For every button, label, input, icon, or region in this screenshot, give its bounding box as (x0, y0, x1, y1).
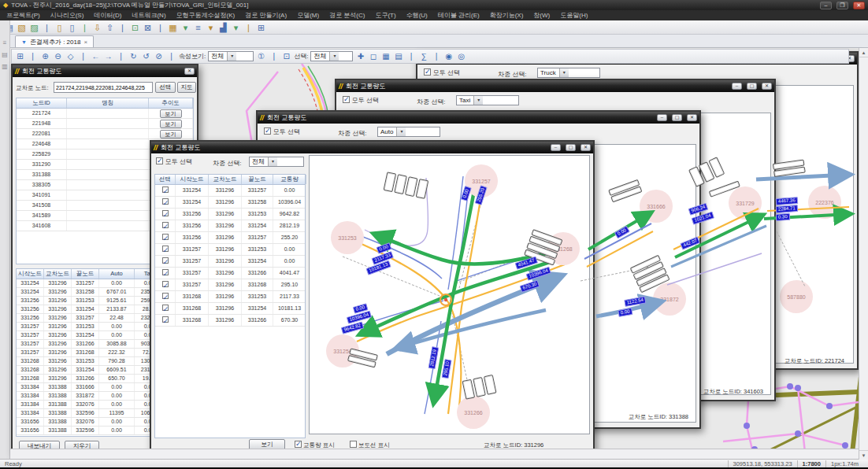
map-toolbar-icon[interactable]: | (431, 50, 441, 63)
map-toolbar-icon[interactable]: ⊞ (15, 50, 25, 63)
row-checkbox[interactable] (162, 257, 169, 264)
window-title-bar[interactable]: // 회전 교통량도 ✕ (13, 65, 197, 77)
toolbar-icon[interactable]: ⇩ (92, 21, 102, 34)
map-toolbar-icon[interactable]: ◻ (368, 50, 378, 63)
column-header[interactable]: 시작노드 (17, 269, 44, 279)
row-checkbox[interactable] (162, 222, 169, 228)
map-toolbar-icon[interactable]: ① (256, 50, 266, 63)
node-row[interactable]: 221724 보기 (17, 109, 193, 119)
toolbar-icon[interactable]: ▧ (17, 21, 27, 34)
select-nodes-button[interactable]: 선택 (155, 82, 176, 93)
menu-item[interactable]: 경로 만들기(A) (245, 11, 287, 20)
map-toolbar-icon[interactable]: ▤ (393, 50, 403, 63)
menu-item[interactable]: 확장기능(X) (490, 11, 524, 20)
vertical-scrollbar[interactable]: ▲▼ (859, 48, 868, 460)
map-toolbar-icon[interactable]: ⊘ (154, 50, 164, 63)
column-header[interactable]: Auto (99, 269, 135, 279)
toolbar-icon[interactable]: ▾ (180, 21, 191, 34)
column-header[interactable]: 교차노드 (44, 269, 72, 279)
menu-item[interactable]: 수행(U) (406, 11, 428, 20)
map-pick-button[interactable]: 지도 (177, 82, 196, 93)
dock-list-icon[interactable]: ≡ (3, 39, 7, 46)
map-toolbar-icon[interactable]: ▦ (380, 50, 391, 63)
menu-item[interactable]: 네트워크(N) (132, 11, 165, 20)
row-checkbox[interactable] (162, 246, 169, 252)
row-checkbox[interactable] (162, 198, 169, 205)
menu-item[interactable]: 도움말(H) (560, 11, 588, 20)
menu-item[interactable]: 프로젝트(P) (6, 11, 40, 20)
row-checkbox[interactable] (162, 210, 169, 216)
map-toolbar-icon[interactable]: ∑ (418, 50, 428, 63)
toolbar-icon[interactable]: ⊞ (256, 21, 266, 34)
menu-item[interactable]: 시나리오(S) (50, 11, 84, 20)
menu-item[interactable]: 도구(T) (375, 11, 395, 20)
row-checkbox[interactable] (162, 234, 169, 240)
row-view-button[interactable]: 보기 (160, 109, 182, 118)
toolbar-icon[interactable]: ⊠ (143, 21, 153, 34)
map-toolbar-icon[interactable]: → (103, 50, 113, 63)
column-header[interactable]: 선택 (155, 175, 176, 184)
column-header[interactable]: 끝노드 (72, 269, 99, 279)
map-toolbar-icon[interactable]: ✚ (355, 50, 365, 63)
map-toolbar-icon[interactable]: | (28, 50, 38, 63)
column-header[interactable]: 추이도 (149, 98, 193, 108)
scroll-up-icon[interactable]: ▲ (859, 48, 868, 57)
map-toolbar-icon[interactable]: ⊡ (281, 50, 291, 63)
toolbar-icon[interactable]: ▨ (29, 21, 39, 34)
menu-item[interactable]: 모형구동계수설정(K) (176, 11, 236, 20)
map-toolbar-icon[interactable]: | (406, 50, 416, 63)
column-header[interactable]: 명칭 (67, 98, 149, 108)
dock-panel-icon[interactable]: ▥ (2, 63, 8, 70)
map-toolbar-icon[interactable]: ◎ (456, 50, 466, 63)
close-button[interactable]: ✕ (184, 68, 195, 75)
attribute-view-dropdown[interactable]: 전체 (208, 51, 254, 61)
select-all-checkbox[interactable]: 모두 선택 (156, 157, 192, 166)
tab-zone-add-2018[interactable]: ▼ 존결제추가 : 2018 × (15, 35, 94, 47)
row-checkbox[interactable] (162, 293, 169, 299)
map-toolbar-icon[interactable]: ↻ (128, 50, 139, 63)
toolbar-icon[interactable]: | (80, 21, 90, 34)
menu-item[interactable]: 모델(M) (297, 11, 319, 20)
toolbar-icon[interactable]: ▦ (168, 21, 178, 34)
toolbar-icon[interactable]: ⊡ (130, 21, 140, 34)
map-toolbar-icon[interactable]: ← (91, 50, 101, 63)
map-toolbar-icon[interactable]: | (78, 50, 88, 63)
restore-button[interactable]: ❐ (836, 2, 848, 9)
column-header[interactable]: 노드ID (17, 98, 67, 108)
row-checkbox[interactable] (162, 316, 169, 323)
horizontal-scrollbar[interactable] (10, 449, 859, 459)
column-header[interactable]: 교차노드 (209, 175, 242, 184)
row-checkbox[interactable] (162, 305, 169, 311)
map-toolbar-icon[interactable]: ◉ (443, 50, 454, 63)
toolbar-icon[interactable]: ≡ (193, 21, 203, 34)
map-toolbar-icon[interactable]: ◇ (65, 50, 76, 63)
row-view-button[interactable]: 보기 (160, 130, 182, 138)
menu-item[interactable]: 창(W) (533, 11, 550, 20)
map-toolbar-icon[interactable]: | (116, 50, 126, 63)
toolbar-icon[interactable]: | (155, 21, 165, 34)
menu-item[interactable]: 데이터(D) (94, 11, 121, 20)
toolbar-icon[interactable]: | (117, 21, 128, 34)
row-checkbox[interactable] (162, 269, 169, 275)
node-row[interactable]: 221948 보기 (17, 119, 193, 129)
row-view-button[interactable]: 보기 (160, 120, 182, 128)
intersection-nodes-input[interactable] (54, 82, 153, 93)
toolbar-icon[interactable]: ⇧ (105, 21, 115, 34)
map-toolbar-icon[interactable]: | (269, 50, 279, 63)
toolbar-icon[interactable]: ▯ (67, 21, 77, 34)
toolbar-icon[interactable]: ▾ (206, 21, 216, 34)
toolbar-icon[interactable]: ▾ (231, 21, 241, 34)
map-toolbar-icon[interactable]: ⊕ (40, 50, 50, 63)
dock-table-icon[interactable]: ▤ (2, 51, 8, 58)
minimize-button[interactable]: – (820, 2, 832, 9)
map-toolbar-icon[interactable]: | (166, 50, 176, 63)
toolbar-icon[interactable]: ▯ (54, 21, 65, 34)
menu-item[interactable]: 테이블 관리(E) (438, 11, 480, 20)
row-checkbox[interactable] (162, 281, 169, 287)
toolbar-icon[interactable]: | (243, 21, 254, 34)
toolbar-icon[interactable]: ▟ (218, 21, 228, 34)
map-toolbar-icon[interactable]: ↺ (141, 50, 151, 63)
select-mode-dropdown[interactable]: 전체 (310, 51, 353, 61)
toolbar-icon[interactable]: | (42, 21, 52, 34)
close-button[interactable]: ✕ (853, 2, 865, 9)
